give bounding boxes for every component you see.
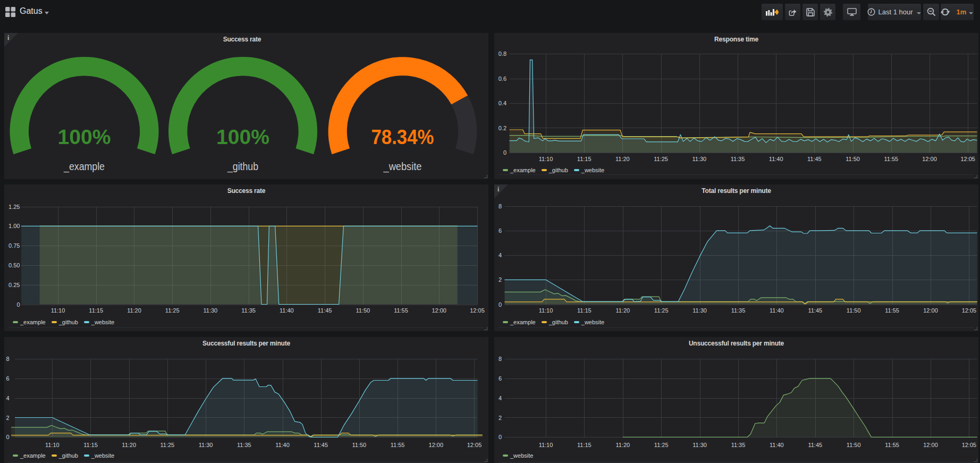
svg-text:11:35: 11:35 bbox=[241, 307, 256, 314]
svg-text:11:55: 11:55 bbox=[394, 307, 408, 314]
svg-text:11:50: 11:50 bbox=[356, 307, 370, 314]
svg-text:11:40: 11:40 bbox=[770, 442, 784, 448]
svg-text:0: 0 bbox=[503, 149, 506, 156]
svg-text:12:05: 12:05 bbox=[962, 307, 977, 314]
svg-text:12:00: 12:00 bbox=[923, 307, 938, 314]
svg-text:11:40: 11:40 bbox=[275, 442, 290, 448]
svg-text:11:50: 11:50 bbox=[847, 307, 861, 314]
svg-text:11:15: 11:15 bbox=[577, 307, 592, 314]
svg-text:11:35: 11:35 bbox=[731, 156, 745, 162]
svg-text:11:55: 11:55 bbox=[885, 307, 899, 314]
svg-text:12:00: 12:00 bbox=[429, 442, 444, 448]
svg-text:11:40: 11:40 bbox=[770, 307, 784, 314]
svg-text:11:55: 11:55 bbox=[884, 156, 898, 162]
svg-text:11:30: 11:30 bbox=[199, 442, 213, 448]
svg-text:1.00: 1.00 bbox=[9, 223, 20, 229]
svg-text:_example: _example bbox=[63, 161, 105, 173]
svg-text:11:25: 11:25 bbox=[165, 307, 180, 314]
svg-text:11:15: 11:15 bbox=[83, 442, 98, 448]
svg-text:6: 6 bbox=[499, 375, 502, 382]
svg-text:1.25: 1.25 bbox=[9, 204, 20, 210]
svg-text:100%: 100% bbox=[58, 126, 111, 148]
svg-text:12:05: 12:05 bbox=[470, 307, 485, 314]
svg-text:11:15: 11:15 bbox=[577, 442, 592, 448]
svg-text:11:15: 11:15 bbox=[577, 156, 592, 162]
svg-text:11:35: 11:35 bbox=[731, 307, 746, 314]
svg-text:12:00: 12:00 bbox=[922, 156, 937, 162]
svg-text:6: 6 bbox=[499, 228, 502, 234]
svg-text:11:25: 11:25 bbox=[654, 156, 668, 162]
svg-text:0: 0 bbox=[499, 434, 502, 440]
svg-text:0.8: 0.8 bbox=[499, 50, 506, 57]
svg-text:11:45: 11:45 bbox=[808, 442, 822, 448]
svg-text:11:50: 11:50 bbox=[352, 442, 367, 448]
svg-text:11:25: 11:25 bbox=[654, 307, 669, 314]
svg-text:0.2: 0.2 bbox=[499, 125, 506, 131]
svg-text:11:20: 11:20 bbox=[127, 307, 141, 314]
svg-text:4: 4 bbox=[6, 395, 9, 401]
svg-text:0.75: 0.75 bbox=[9, 242, 20, 249]
svg-text:11:35: 11:35 bbox=[237, 442, 251, 448]
svg-text:2: 2 bbox=[499, 276, 502, 283]
svg-text:11:55: 11:55 bbox=[391, 442, 405, 448]
svg-text:11:45: 11:45 bbox=[808, 307, 822, 314]
svg-text:8: 8 bbox=[6, 356, 9, 362]
svg-text:_github: _github bbox=[227, 161, 258, 173]
svg-text:11:15: 11:15 bbox=[89, 307, 103, 314]
svg-text:11:10: 11:10 bbox=[539, 442, 553, 448]
svg-text:11:30: 11:30 bbox=[204, 307, 218, 314]
svg-text:11:20: 11:20 bbox=[122, 442, 136, 448]
svg-text:12:05: 12:05 bbox=[467, 442, 482, 448]
svg-text:2: 2 bbox=[499, 415, 502, 421]
svg-text:78.34%: 78.34% bbox=[371, 126, 434, 148]
svg-text:12:05: 12:05 bbox=[962, 442, 977, 448]
svg-text:0: 0 bbox=[16, 301, 20, 308]
svg-text:0.25: 0.25 bbox=[9, 282, 20, 288]
svg-text:12:00: 12:00 bbox=[432, 307, 446, 314]
svg-text:11:25: 11:25 bbox=[654, 442, 669, 448]
svg-text:11:20: 11:20 bbox=[615, 156, 630, 162]
svg-text:11:10: 11:10 bbox=[45, 442, 60, 448]
svg-text:11:20: 11:20 bbox=[615, 442, 630, 448]
svg-text:0.50: 0.50 bbox=[9, 262, 20, 268]
svg-text:11:10: 11:10 bbox=[51, 307, 65, 314]
svg-text:_website: _website bbox=[383, 161, 422, 173]
svg-text:4: 4 bbox=[499, 395, 502, 401]
svg-text:8: 8 bbox=[499, 356, 502, 362]
svg-text:0: 0 bbox=[499, 301, 502, 308]
svg-text:12:05: 12:05 bbox=[960, 156, 975, 162]
svg-text:11:40: 11:40 bbox=[769, 156, 783, 162]
svg-text:11:40: 11:40 bbox=[280, 307, 294, 314]
svg-text:11:45: 11:45 bbox=[318, 307, 332, 314]
svg-text:0.4: 0.4 bbox=[499, 100, 506, 106]
svg-text:11:45: 11:45 bbox=[807, 156, 822, 162]
svg-text:11:55: 11:55 bbox=[885, 442, 899, 448]
svg-text:2: 2 bbox=[6, 415, 9, 421]
svg-text:11:10: 11:10 bbox=[539, 307, 553, 314]
svg-text:6: 6 bbox=[6, 375, 9, 382]
svg-text:12:00: 12:00 bbox=[923, 442, 938, 448]
svg-text:11:25: 11:25 bbox=[160, 442, 175, 448]
svg-text:8: 8 bbox=[499, 203, 502, 209]
svg-text:0: 0 bbox=[6, 434, 9, 440]
svg-text:11:50: 11:50 bbox=[847, 442, 861, 448]
svg-text:11:50: 11:50 bbox=[846, 156, 860, 162]
svg-text:100%: 100% bbox=[216, 126, 269, 148]
svg-text:11:20: 11:20 bbox=[615, 307, 630, 314]
svg-text:11:30: 11:30 bbox=[692, 442, 707, 448]
svg-text:11:45: 11:45 bbox=[314, 442, 328, 448]
svg-text:4: 4 bbox=[499, 252, 502, 258]
svg-text:11:35: 11:35 bbox=[731, 442, 746, 448]
svg-text:11:10: 11:10 bbox=[539, 156, 553, 162]
svg-text:0.6: 0.6 bbox=[499, 75, 506, 82]
svg-text:11:30: 11:30 bbox=[692, 156, 706, 162]
svg-text:11:30: 11:30 bbox=[692, 307, 707, 314]
